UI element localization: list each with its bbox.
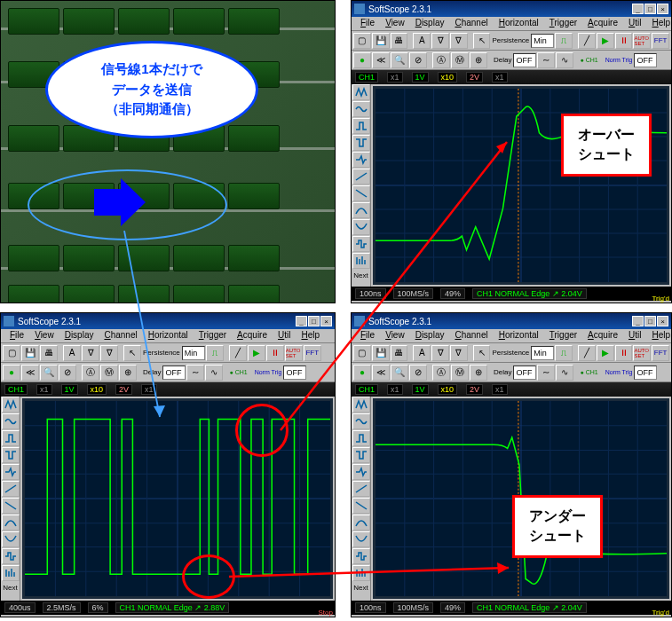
menu-acquire[interactable]: Acquire: [582, 17, 623, 30]
print-icon[interactable]: 🖶: [391, 33, 408, 49]
pulse-icon[interactable]: ⎍: [206, 345, 224, 361]
nav-left-icon[interactable]: ≪: [21, 365, 39, 381]
pause-icon[interactable]: ⏸: [615, 345, 633, 361]
menu-trigger[interactable]: Trigger: [544, 17, 582, 30]
center-icon[interactable]: ⊕: [470, 52, 487, 68]
record-icon[interactable]: ●: [353, 52, 371, 68]
close-button[interactable]: ×: [657, 4, 668, 14]
marker-m-icon[interactable]: Ⓜ: [100, 365, 118, 381]
side-btn[interactable]: [352, 464, 370, 480]
zoom-icon[interactable]: 🔍: [40, 365, 58, 381]
print-icon[interactable]: 🖶: [40, 345, 58, 361]
side-btn[interactable]: [2, 464, 20, 480]
side-btn[interactable]: [2, 413, 20, 429]
side-btn[interactable]: [352, 101, 370, 117]
side-btn[interactable]: [352, 481, 370, 497]
run-icon[interactable]: ▶: [248, 345, 265, 361]
persistence-combo[interactable]: Min: [531, 34, 554, 48]
save-icon[interactable]: 💾: [21, 345, 39, 361]
minimize-button[interactable]: _: [632, 316, 644, 326]
menu-horizontal[interactable]: Horizontal: [494, 17, 544, 30]
text-icon[interactable]: A: [63, 345, 81, 361]
delay-combo[interactable]: OFF: [513, 53, 536, 67]
side-btn[interactable]: [2, 515, 20, 531]
x10-chip[interactable]: x10: [438, 72, 458, 83]
autoset-button[interactable]: AUTO SET: [633, 345, 651, 361]
menu-view[interactable]: View: [29, 329, 59, 342]
menu-file[interactable]: File: [355, 17, 380, 30]
x10-chip[interactable]: x10: [87, 384, 107, 395]
side-btn[interactable]: [2, 498, 20, 514]
marker-m-icon[interactable]: Ⓜ: [451, 52, 469, 68]
menu-file[interactable]: File: [4, 329, 29, 342]
autoset-button[interactable]: AUTO SET: [633, 33, 651, 49]
normtrig-label[interactable]: Norm Trig: [605, 57, 634, 63]
side-btn[interactable]: [2, 397, 20, 413]
filter2-icon[interactable]: ∇: [450, 33, 468, 49]
filter2-icon[interactable]: ∇: [100, 345, 118, 361]
side-btn[interactable]: [352, 515, 370, 531]
v2-chip[interactable]: 2V: [466, 72, 483, 83]
side-btn[interactable]: [2, 430, 20, 446]
fft-button[interactable]: FFT: [652, 33, 669, 49]
marker-a-icon[interactable]: Ⓐ: [432, 52, 450, 68]
menu-channel[interactable]: Channel: [449, 17, 493, 30]
normtrig-label[interactable]: Norm Trig: [254, 369, 283, 375]
side-btn[interactable]: [352, 84, 370, 100]
trig-off-combo[interactable]: OFF: [634, 53, 657, 67]
ch-chip[interactable]: CH1: [355, 72, 378, 83]
menu-util[interactable]: Util: [623, 17, 646, 30]
v-chip[interactable]: 1V: [412, 72, 429, 83]
menu-trigger[interactable]: Trigger: [194, 329, 232, 342]
menu-display[interactable]: Display: [59, 329, 99, 342]
menu-acquire[interactable]: Acquire: [232, 329, 273, 342]
rise-icon[interactable]: ╱: [229, 345, 247, 361]
filter-icon[interactable]: ∇: [431, 33, 449, 49]
filter-icon[interactable]: ∇: [82, 345, 99, 361]
persistence-combo[interactable]: Min: [531, 346, 554, 360]
menu-view[interactable]: View: [380, 17, 410, 30]
run-icon[interactable]: ▶: [597, 33, 614, 49]
side-btn[interactable]: [2, 548, 20, 564]
menu-help[interactable]: Help: [646, 329, 672, 342]
pulse-icon[interactable]: ⎍: [555, 33, 573, 49]
x1-chip[interactable]: x1: [387, 72, 403, 83]
wave2-icon[interactable]: ∿: [556, 52, 573, 68]
pause-icon[interactable]: ⏸: [615, 33, 633, 49]
nav-left-icon[interactable]: ≪: [372, 52, 390, 68]
titlebar[interactable]: SoftScope 2.3.1 _ □ ×: [352, 1, 671, 17]
rise-icon[interactable]: ╱: [578, 345, 596, 361]
wave2-icon[interactable]: ∿: [556, 365, 573, 381]
next-label[interactable]: Next: [1, 582, 20, 593]
x1-chip[interactable]: x1: [36, 384, 52, 395]
close-button[interactable]: ×: [657, 316, 668, 326]
menu-trigger[interactable]: Trigger: [544, 329, 582, 342]
normtrig-label[interactable]: Norm Trig: [605, 369, 634, 375]
ch-chip[interactable]: CH1: [4, 384, 28, 395]
maximize-button[interactable]: □: [644, 4, 656, 14]
fit-icon[interactable]: ⊘: [59, 365, 76, 381]
side-btn[interactable]: [2, 481, 20, 497]
save-icon[interactable]: 💾: [372, 33, 390, 49]
side-btn[interactable]: [2, 565, 20, 581]
fit-icon[interactable]: ⊘: [409, 52, 427, 68]
new-icon[interactable]: ▢: [3, 345, 20, 361]
menu-display[interactable]: Display: [410, 17, 450, 30]
rise-icon[interactable]: ╱: [578, 33, 596, 49]
menu-util[interactable]: Util: [623, 329, 646, 342]
side-btn[interactable]: [2, 531, 20, 547]
xs-chip[interactable]: x1: [492, 72, 508, 83]
side-btn[interactable]: [352, 447, 370, 463]
wave2-icon[interactable]: ∿: [205, 365, 223, 381]
side-btn[interactable]: [2, 447, 20, 463]
menu-help[interactable]: Help: [646, 17, 672, 30]
wave1-icon[interactable]: ∼: [537, 52, 555, 68]
menu-acquire[interactable]: Acquire: [582, 329, 623, 342]
marker-a-icon[interactable]: Ⓐ: [82, 365, 99, 381]
pulse-icon[interactable]: ⎍: [555, 345, 573, 361]
trig-off-combo[interactable]: OFF: [634, 366, 657, 380]
fft-button[interactable]: FFT: [652, 345, 669, 361]
run-icon[interactable]: ▶: [597, 345, 614, 361]
new-icon[interactable]: ▢: [353, 33, 371, 49]
minimize-button[interactable]: _: [632, 4, 644, 14]
